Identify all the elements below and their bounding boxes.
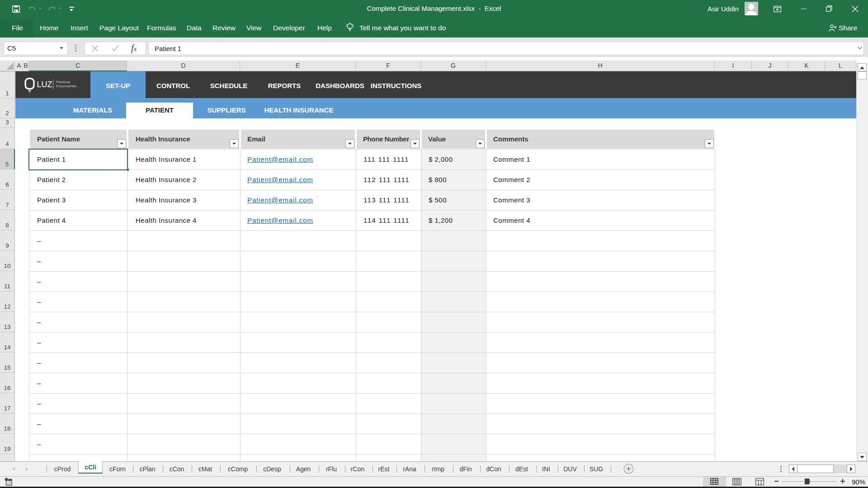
- svg-text:Planilhas: Planilhas: [56, 80, 71, 84]
- svg-text:LUZ: LUZ: [37, 80, 52, 89]
- svg-text:Empresariais: Empresariais: [56, 84, 77, 88]
